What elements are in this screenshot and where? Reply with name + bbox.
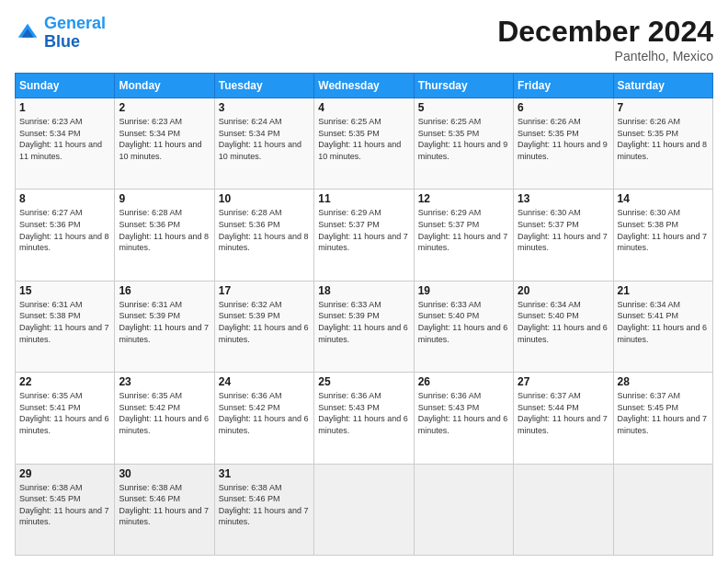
day-21: 21 Sunrise: 6:34 AMSunset: 5:41 PMDaylig… [613, 281, 712, 372]
day-23: 23 Sunrise: 6:35 AMSunset: 5:42 PMDaylig… [115, 373, 214, 464]
week-2: 8 Sunrise: 6:27 AMSunset: 5:36 PMDayligh… [16, 190, 713, 281]
empty-2 [414, 464, 513, 555]
day-11: 11 Sunrise: 6:29 AMSunset: 5:37 PMDaylig… [314, 190, 414, 281]
header: General Blue December 2024 Pantelho, Mex… [15, 15, 713, 63]
day-9: 9 Sunrise: 6:28 AMSunset: 5:36 PMDayligh… [115, 190, 214, 281]
col-saturday: Saturday [613, 74, 712, 98]
subtitle: Pantelho, Mexico [497, 49, 713, 63]
day-28: 28 Sunrise: 6:37 AMSunset: 5:45 PMDaylig… [613, 373, 712, 464]
day-5: 5 Sunrise: 6:25 AMSunset: 5:35 PMDayligh… [414, 98, 513, 190]
day-12: 12 Sunrise: 6:29 AMSunset: 5:37 PMDaylig… [414, 190, 513, 281]
day-8: 8 Sunrise: 6:27 AMSunset: 5:36 PMDayligh… [16, 190, 115, 281]
calendar-header-row: Sunday Monday Tuesday Wednesday Thursday… [16, 74, 713, 98]
col-monday: Monday [115, 74, 214, 98]
day-7: 7 Sunrise: 6:26 AMSunset: 5:35 PMDayligh… [613, 98, 712, 190]
calendar: Sunday Monday Tuesday Wednesday Thursday… [15, 73, 713, 556]
day-18: 18 Sunrise: 6:33 AMSunset: 5:39 PMDaylig… [314, 281, 414, 372]
col-friday: Friday [514, 74, 613, 98]
day-13: 13 Sunrise: 6:30 AMSunset: 5:37 PMDaylig… [514, 190, 613, 281]
day-15: 15 Sunrise: 6:31 AMSunset: 5:38 PMDaylig… [16, 281, 115, 372]
week-4: 22 Sunrise: 6:35 AMSunset: 5:41 PMDaylig… [16, 373, 713, 464]
empty-3 [514, 464, 613, 555]
empty-1 [314, 464, 414, 555]
week-5: 29 Sunrise: 6:38 AMSunset: 5:45 PMDaylig… [16, 464, 713, 555]
page: General Blue December 2024 Pantelho, Mex… [0, 0, 728, 563]
day-30: 30 Sunrise: 6:38 AMSunset: 5:46 PMDaylig… [115, 464, 214, 555]
day-27: 27 Sunrise: 6:37 AMSunset: 5:44 PMDaylig… [514, 373, 613, 464]
day-26: 26 Sunrise: 6:36 AMSunset: 5:43 PMDaylig… [414, 373, 513, 464]
day-25: 25 Sunrise: 6:36 AMSunset: 5:43 PMDaylig… [314, 373, 414, 464]
day-3: 3 Sunrise: 6:24 AMSunset: 5:34 PMDayligh… [214, 98, 313, 190]
col-sunday: Sunday [16, 74, 115, 98]
week-1: 1 Sunrise: 6:23 AMSunset: 5:34 PMDayligh… [16, 98, 713, 190]
week-3: 15 Sunrise: 6:31 AMSunset: 5:38 PMDaylig… [16, 281, 713, 372]
day-14: 14 Sunrise: 6:30 AMSunset: 5:38 PMDaylig… [613, 190, 712, 281]
day-24: 24 Sunrise: 6:36 AMSunset: 5:42 PMDaylig… [214, 373, 313, 464]
day-22: 22 Sunrise: 6:35 AMSunset: 5:41 PMDaylig… [16, 373, 115, 464]
logo: General Blue [15, 15, 106, 52]
col-thursday: Thursday [414, 74, 513, 98]
day-31: 31 Sunrise: 6:38 AMSunset: 5:46 PMDaylig… [214, 464, 313, 555]
title-block: December 2024 Pantelho, Mexico [497, 15, 713, 63]
day-6: 6 Sunrise: 6:26 AMSunset: 5:35 PMDayligh… [514, 98, 613, 190]
day-29: 29 Sunrise: 6:38 AMSunset: 5:45 PMDaylig… [16, 464, 115, 555]
day-16: 16 Sunrise: 6:31 AMSunset: 5:39 PMDaylig… [115, 281, 214, 372]
logo-icon [15, 20, 40, 46]
empty-4 [613, 464, 712, 555]
day-2: 2 Sunrise: 6:23 AMSunset: 5:34 PMDayligh… [115, 98, 214, 190]
col-tuesday: Tuesday [214, 74, 313, 98]
logo-text: General Blue [44, 15, 106, 52]
day-20: 20 Sunrise: 6:34 AMSunset: 5:40 PMDaylig… [514, 281, 613, 372]
day-1: 1 Sunrise: 6:23 AMSunset: 5:34 PMDayligh… [16, 98, 115, 190]
main-title: December 2024 [497, 15, 713, 49]
col-wednesday: Wednesday [314, 74, 414, 98]
day-10: 10 Sunrise: 6:28 AMSunset: 5:36 PMDaylig… [214, 190, 313, 281]
day-19: 19 Sunrise: 6:33 AMSunset: 5:40 PMDaylig… [414, 281, 513, 372]
day-17: 17 Sunrise: 6:32 AMSunset: 5:39 PMDaylig… [214, 281, 313, 372]
day-4: 4 Sunrise: 6:25 AMSunset: 5:35 PMDayligh… [314, 98, 414, 190]
